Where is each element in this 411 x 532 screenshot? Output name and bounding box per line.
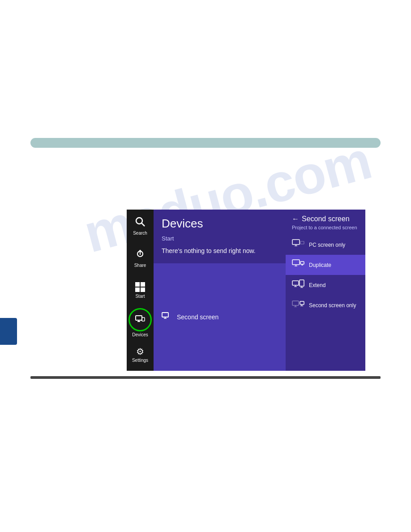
ss-option-duplicate-label: Duplicate [309,262,331,268]
charm-start[interactable]: Start [127,274,154,306]
svg-rect-8 [162,313,168,317]
ss-option-pc-only[interactable]: PC screen only [286,235,365,255]
svg-rect-14 [300,241,304,244]
win8-ui-container: Search Share St [127,210,365,371]
teal-divider-bar [30,138,381,148]
svg-rect-18 [300,262,304,264]
bottom-divider-bar [30,376,381,379]
pc-screen-only-icon [292,239,304,250]
second-screen-small-icon [162,311,171,323]
charms-bar: Search Share St [127,210,154,371]
start-icon [135,282,145,292]
second-screen-only-icon [292,300,304,311]
devices-active-circle [128,308,152,331]
second-screen-panel: ← Second screen Project to a connected s… [286,210,365,371]
svg-rect-21 [292,281,299,285]
devices-icon [135,313,146,326]
ss-option-second-only-label: Second screen only [309,302,356,309]
charm-search[interactable]: Search [127,210,154,242]
svg-rect-15 [292,260,300,265]
left-tab-indicator [0,318,17,345]
charm-devices-label: Devices [132,332,148,337]
ss-option-pc-only-label: PC screen only [309,242,345,248]
search-icon [135,216,146,229]
svg-rect-4 [136,316,142,320]
ss-option-second-only[interactable]: Second screen only [286,295,365,315]
extend-icon [292,279,304,291]
svg-point-0 [136,218,142,224]
charm-settings-label: Settings [132,358,148,363]
svg-rect-11 [292,240,300,245]
charm-search-label: Search [133,231,147,236]
devices-second-screen-item[interactable]: Second screen [154,263,286,371]
svg-line-1 [142,223,145,226]
devices-panel-title: Devices [154,210,286,235]
windows-logo [135,282,145,292]
devices-start-label: Start [154,235,286,245]
charm-devices[interactable]: Devices [127,306,154,339]
devices-panel: Devices Start There's nothing to send ri… [154,210,286,371]
duplicate-icon [292,259,304,270]
back-icon: ← [292,215,299,223]
charm-share-label: Share [134,263,146,268]
charm-start-label: Start [135,294,145,299]
svg-rect-27 [292,301,299,305]
charm-share[interactable]: Share [127,242,154,274]
devices-second-screen-label: Second screen [177,313,218,321]
ss-option-extend-label: Extend [309,282,325,288]
share-icon [135,249,146,261]
settings-icon: ⚙ [136,347,144,356]
svg-rect-24 [300,280,304,286]
charm-settings[interactable]: ⚙ Settings [127,339,154,371]
second-screen-subtitle: Project to a connected screen [286,225,365,235]
ss-option-duplicate[interactable]: Duplicate [286,255,365,275]
devices-nothing-text: There's nothing to send right now. [154,245,286,263]
svg-rect-30 [300,301,304,305]
second-screen-title: Second screen [302,215,350,223]
second-screen-header: ← Second screen [286,210,365,225]
ss-option-extend[interactable]: Extend [286,275,365,295]
